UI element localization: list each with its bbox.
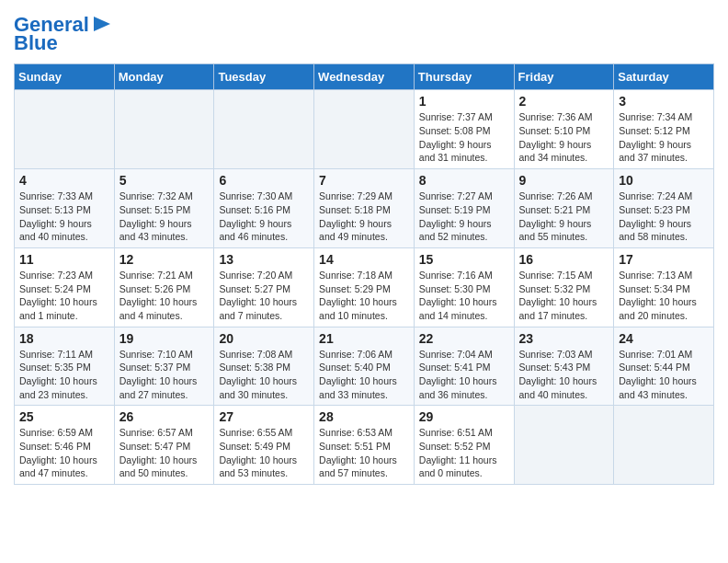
calendar-cell: 28Sunrise: 6:53 AM Sunset: 5:51 PM Dayli…: [314, 406, 415, 485]
calendar-cell: [15, 90, 115, 169]
calendar-cell: 12Sunrise: 7:21 AM Sunset: 5:26 PM Dayli…: [114, 247, 214, 327]
day-number: 2: [519, 94, 609, 109]
logo-text-line2: Blue: [14, 32, 58, 54]
day-info: Sunrise: 7:29 AM Sunset: 5:18 PM Dayligh…: [319, 190, 409, 244]
day-info: Sunrise: 7:11 AM Sunset: 5:35 PM Dayligh…: [19, 348, 109, 402]
calendar-cell: 1Sunrise: 7:37 AM Sunset: 5:08 PM Daylig…: [414, 90, 514, 169]
day-number: 20: [219, 331, 309, 346]
day-number: 12: [119, 252, 210, 267]
calendar-cell: 18Sunrise: 7:11 AM Sunset: 5:35 PM Dayli…: [15, 327, 115, 406]
column-header-wednesday: Wednesday: [314, 64, 415, 90]
calendar-cell: 24Sunrise: 7:01 AM Sunset: 5:44 PM Dayli…: [614, 327, 714, 406]
calendar-cell: 20Sunrise: 7:08 AM Sunset: 5:38 PM Dayli…: [214, 327, 314, 406]
day-info: Sunrise: 7:13 AM Sunset: 5:34 PM Dayligh…: [619, 269, 709, 323]
calendar-cell: 9Sunrise: 7:26 AM Sunset: 5:21 PM Daylig…: [514, 169, 614, 248]
calendar-cell: [314, 90, 415, 169]
day-info: Sunrise: 7:06 AM Sunset: 5:40 PM Dayligh…: [319, 348, 409, 402]
day-info: Sunrise: 7:04 AM Sunset: 5:41 PM Dayligh…: [419, 348, 509, 402]
day-info: Sunrise: 7:34 AM Sunset: 5:12 PM Dayligh…: [619, 110, 709, 165]
day-number: 4: [19, 173, 109, 188]
calendar-cell: 17Sunrise: 7:13 AM Sunset: 5:34 PM Dayli…: [614, 247, 714, 327]
day-info: Sunrise: 7:20 AM Sunset: 5:27 PM Dayligh…: [219, 269, 309, 323]
day-number: 24: [619, 331, 709, 346]
day-number: 23: [519, 331, 609, 346]
calendar-cell: [514, 406, 614, 485]
calendar-week-row: 25Sunrise: 6:59 AM Sunset: 5:46 PM Dayli…: [15, 406, 714, 485]
day-number: 14: [319, 252, 409, 267]
calendar-cell: 26Sunrise: 6:57 AM Sunset: 5:47 PM Dayli…: [114, 406, 214, 485]
day-number: 9: [519, 173, 609, 188]
day-number: 10: [619, 173, 709, 188]
day-number: 28: [319, 409, 409, 424]
day-info: Sunrise: 6:55 AM Sunset: 5:49 PM Dayligh…: [219, 426, 309, 480]
day-info: Sunrise: 7:10 AM Sunset: 5:37 PM Dayligh…: [119, 348, 210, 402]
day-info: Sunrise: 7:36 AM Sunset: 5:10 PM Dayligh…: [519, 110, 609, 165]
calendar-cell: [614, 406, 714, 485]
calendar-cell: 2Sunrise: 7:36 AM Sunset: 5:10 PM Daylig…: [514, 90, 614, 169]
day-number: 15: [419, 252, 509, 267]
calendar-cell: 10Sunrise: 7:24 AM Sunset: 5:23 PM Dayli…: [614, 169, 714, 248]
day-number: 22: [419, 331, 509, 346]
day-number: 5: [119, 173, 210, 188]
day-number: 8: [419, 173, 509, 188]
column-header-monday: Monday: [114, 64, 214, 90]
day-info: Sunrise: 6:51 AM Sunset: 5:52 PM Dayligh…: [419, 426, 509, 480]
column-header-thursday: Thursday: [414, 64, 514, 90]
calendar-cell: 7Sunrise: 7:29 AM Sunset: 5:18 PM Daylig…: [314, 169, 415, 248]
day-info: Sunrise: 7:26 AM Sunset: 5:21 PM Dayligh…: [519, 190, 609, 244]
day-info: Sunrise: 6:57 AM Sunset: 5:47 PM Dayligh…: [119, 426, 210, 480]
calendar-cell: 22Sunrise: 7:04 AM Sunset: 5:41 PM Dayli…: [414, 327, 514, 406]
calendar-cell: 27Sunrise: 6:55 AM Sunset: 5:49 PM Dayli…: [214, 406, 314, 485]
calendar-cell: 15Sunrise: 7:16 AM Sunset: 5:30 PM Dayli…: [414, 247, 514, 327]
logo: General Blue: [14, 14, 110, 54]
calendar-cell: 21Sunrise: 7:06 AM Sunset: 5:40 PM Dayli…: [314, 327, 415, 406]
day-info: Sunrise: 6:53 AM Sunset: 5:51 PM Dayligh…: [319, 426, 409, 480]
day-number: 29: [419, 409, 509, 424]
calendar-week-row: 18Sunrise: 7:11 AM Sunset: 5:35 PM Dayli…: [15, 327, 714, 406]
calendar-cell: 25Sunrise: 6:59 AM Sunset: 5:46 PM Dayli…: [15, 406, 115, 485]
calendar-cell: 4Sunrise: 7:33 AM Sunset: 5:13 PM Daylig…: [15, 169, 115, 248]
day-number: 17: [619, 252, 709, 267]
calendar-cell: 29Sunrise: 6:51 AM Sunset: 5:52 PM Dayli…: [414, 406, 514, 485]
day-info: Sunrise: 7:03 AM Sunset: 5:43 PM Dayligh…: [519, 348, 609, 402]
day-info: Sunrise: 7:30 AM Sunset: 5:16 PM Dayligh…: [219, 190, 309, 244]
calendar-cell: 11Sunrise: 7:23 AM Sunset: 5:24 PM Dayli…: [15, 247, 115, 327]
column-header-tuesday: Tuesday: [214, 64, 314, 90]
calendar-week-row: 4Sunrise: 7:33 AM Sunset: 5:13 PM Daylig…: [15, 169, 714, 248]
day-info: Sunrise: 7:24 AM Sunset: 5:23 PM Dayligh…: [619, 190, 709, 244]
calendar-cell: 14Sunrise: 7:18 AM Sunset: 5:29 PM Dayli…: [314, 247, 415, 327]
day-number: 16: [519, 252, 609, 267]
calendar-cell: [114, 90, 214, 169]
day-info: Sunrise: 7:01 AM Sunset: 5:44 PM Dayligh…: [619, 348, 709, 402]
day-number: 11: [19, 252, 109, 267]
day-number: 25: [19, 409, 109, 424]
day-number: 21: [319, 331, 409, 346]
calendar-week-row: 11Sunrise: 7:23 AM Sunset: 5:24 PM Dayli…: [15, 247, 714, 327]
day-number: 26: [119, 409, 210, 424]
calendar-cell: 6Sunrise: 7:30 AM Sunset: 5:16 PM Daylig…: [214, 169, 314, 248]
calendar-cell: [214, 90, 314, 169]
day-info: Sunrise: 7:16 AM Sunset: 5:30 PM Dayligh…: [419, 269, 509, 323]
day-number: 1: [419, 94, 509, 109]
calendar-week-row: 1Sunrise: 7:37 AM Sunset: 5:08 PM Daylig…: [15, 90, 714, 169]
calendar-cell: 3Sunrise: 7:34 AM Sunset: 5:12 PM Daylig…: [614, 90, 714, 169]
calendar-cell: 8Sunrise: 7:27 AM Sunset: 5:19 PM Daylig…: [414, 169, 514, 248]
calendar-cell: 16Sunrise: 7:15 AM Sunset: 5:32 PM Dayli…: [514, 247, 614, 327]
calendar-cell: 5Sunrise: 7:32 AM Sunset: 5:15 PM Daylig…: [114, 169, 214, 248]
day-number: 27: [219, 409, 309, 424]
day-info: Sunrise: 7:08 AM Sunset: 5:38 PM Dayligh…: [219, 348, 309, 402]
day-info: Sunrise: 7:33 AM Sunset: 5:13 PM Dayligh…: [19, 190, 109, 244]
calendar-cell: 19Sunrise: 7:10 AM Sunset: 5:37 PM Dayli…: [114, 327, 214, 406]
day-info: Sunrise: 7:21 AM Sunset: 5:26 PM Dayligh…: [119, 269, 210, 323]
column-header-sunday: Sunday: [15, 64, 115, 90]
calendar-header-row: SundayMondayTuesdayWednesdayThursdayFrid…: [15, 64, 714, 90]
day-info: Sunrise: 7:32 AM Sunset: 5:15 PM Dayligh…: [119, 190, 210, 244]
day-info: Sunrise: 7:18 AM Sunset: 5:29 PM Dayligh…: [319, 269, 409, 323]
calendar-table: SundayMondayTuesdayWednesdayThursdayFrid…: [14, 63, 714, 485]
page-header: General Blue: [14, 14, 714, 54]
column-header-friday: Friday: [514, 64, 614, 90]
day-info: Sunrise: 7:27 AM Sunset: 5:19 PM Dayligh…: [419, 190, 509, 244]
day-number: 3: [619, 94, 709, 109]
day-number: 18: [19, 331, 109, 346]
svg-marker-0: [94, 17, 110, 31]
